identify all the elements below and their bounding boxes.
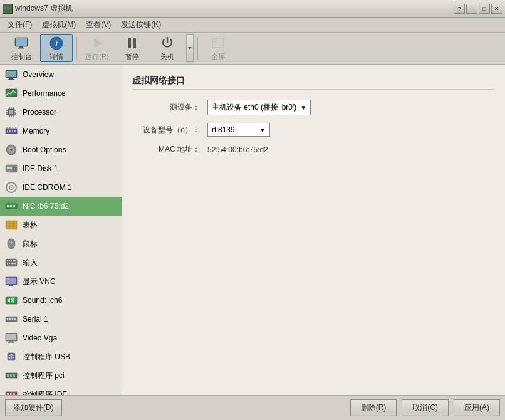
toolbar-details-button[interactable]: i 详情	[40, 34, 73, 62]
svg-rect-53	[10, 205, 12, 207]
sidebar-serial1-label: Serial 1	[23, 315, 48, 323]
device-model-label: 设备型号（o）：	[132, 125, 207, 135]
videovga-icon	[5, 332, 18, 344]
sidebar-item-memory[interactable]: Memory	[0, 122, 122, 140]
sidebar-cdrom1-label: IDE CDROM 1	[23, 183, 72, 192]
sidebar-item-pci[interactable]: 控制程序 pci	[0, 366, 122, 385]
mac-address-control: 52:54:00:b6:75:d2	[207, 145, 268, 154]
toolbar-sep-2	[197, 37, 198, 60]
sidebar-performance-label: Performance	[23, 89, 66, 98]
menu-file[interactable]: 文件(F)	[3, 18, 37, 31]
sidebar-overview-label: Overview	[23, 70, 54, 79]
mac-address-label: MAC 地址：	[132, 144, 207, 155]
svg-point-82	[9, 318, 11, 320]
sidebar-processor-label: Processor	[23, 108, 56, 117]
source-device-arrow: ▼	[300, 104, 306, 111]
sidebar-mouse-label: 鼠标	[23, 239, 38, 249]
mac-address-row: MAC 地址： 52:54:00:b6:75:d2	[132, 144, 495, 155]
source-device-dropdown[interactable]: 主机设备 eth0 (桥接 'br0') ▼	[207, 100, 311, 115]
action-buttons: 删除(R) 取消(C) 应用(A)	[350, 399, 500, 416]
sidebar-item-nic[interactable]: NIC :b6:75:d2	[0, 197, 122, 216]
svg-rect-70	[14, 260, 16, 261]
monitor-icon	[14, 36, 29, 51]
sidebar-display-label: 显示 VNC	[23, 276, 56, 287]
menu-vm[interactable]: 虚拟机(M)	[37, 18, 81, 31]
svg-rect-77	[9, 285, 13, 286]
input-icon	[5, 256, 18, 269]
device-model-row: 设备型号（o）： rtl8139 ▼	[132, 123, 495, 137]
sidebar-item-mouse[interactable]: 鼠标	[0, 234, 122, 253]
svg-rect-88	[8, 342, 14, 343]
ide-icon	[5, 388, 18, 395]
close-button[interactable]: ✕	[491, 4, 502, 14]
toolbar-pause-button[interactable]: 暂停	[116, 34, 148, 62]
toolbar-run-label: 运行(R)	[85, 52, 108, 61]
svg-rect-9	[128, 38, 131, 48]
svg-rect-76	[6, 278, 16, 284]
sidebar-item-videovga[interactable]: Video Vga	[0, 328, 122, 347]
menu-view[interactable]: 查看(V)	[81, 18, 116, 31]
svg-rect-5	[18, 48, 24, 49]
sidebar-item-performance[interactable]: Performance	[0, 84, 122, 103]
sidebar-item-sound[interactable]: Sound: ich6	[0, 291, 122, 310]
svg-point-81	[7, 318, 9, 320]
svg-rect-58	[6, 221, 17, 229]
apply-button[interactable]: 应用(A)	[454, 399, 500, 416]
maximize-button[interactable]: □	[479, 4, 490, 14]
sidebar-item-table[interactable]: 表格	[0, 216, 122, 234]
svg-point-47	[14, 168, 16, 170]
cancel-button[interactable]: 取消(C)	[402, 399, 449, 416]
delete-button[interactable]: 删除(R)	[350, 399, 397, 416]
sidebar-item-boot[interactable]: Boot Options	[0, 140, 122, 159]
svg-rect-67	[9, 260, 10, 261]
section-title: 虚拟网络接口	[132, 75, 495, 90]
svg-point-50	[11, 187, 12, 188]
svg-rect-1	[6, 11, 9, 12]
content-panel: 虚拟网络接口 源设备： 主机设备 eth0 (桥接 'br0') ▼ 设备型号（…	[122, 65, 505, 395]
sidebar: Overview Performance	[0, 65, 122, 395]
nic-icon	[5, 200, 18, 213]
sidebar-item-cdrom1[interactable]: IDE CDROM 1	[0, 178, 122, 197]
svg-rect-86	[6, 334, 16, 340]
fullscreen-icon	[211, 36, 226, 51]
add-hardware-button[interactable]: 添加硬件(D)	[5, 399, 62, 416]
svg-text:i: i	[55, 39, 58, 48]
usb-icon	[5, 350, 18, 363]
shutdown-dropdown[interactable]	[186, 34, 194, 62]
sidebar-boot-label: Boot Options	[23, 145, 66, 154]
source-device-control: 主机设备 eth0 (桥接 'br0') ▼	[207, 100, 311, 115]
sidebar-item-input[interactable]: 输入	[0, 253, 122, 272]
sidebar-nic-label: NIC :b6:75:d2	[23, 202, 69, 211]
toolbar-fullscreen-button: 全屏	[202, 34, 234, 62]
svg-rect-78	[8, 286, 14, 286]
svg-point-90	[9, 357, 11, 359]
help-button[interactable]: ?	[454, 4, 465, 14]
toolbar-shutdown-button[interactable]: 关机	[151, 34, 184, 62]
svg-rect-19	[9, 110, 13, 114]
svg-rect-95	[13, 374, 15, 377]
sidebar-item-serial1[interactable]: Serial 1	[0, 310, 122, 328]
sidebar-input-label: 输入	[23, 258, 38, 268]
sidebar-item-overview[interactable]: Overview	[0, 65, 122, 84]
svg-rect-71	[7, 263, 8, 264]
sidebar-item-usb[interactable]: 控制程序 USB	[0, 347, 122, 366]
minimize-button[interactable]: —	[466, 4, 477, 14]
sidebar-item-ide[interactable]: 控制程序 IDE	[0, 385, 122, 395]
sidebar-item-processor[interactable]: Processor	[0, 103, 122, 122]
sidebar-disk1-label: IDE Disk 1	[23, 164, 58, 173]
svg-rect-15	[9, 78, 13, 79]
device-model-dropdown[interactable]: rtl8139 ▼	[207, 123, 270, 137]
sound-icon	[5, 294, 18, 307]
power-icon	[160, 36, 175, 51]
window-title: windows7 虚拟机	[15, 3, 73, 14]
sidebar-item-display[interactable]: 显示 VNC	[0, 272, 122, 291]
svg-rect-73	[11, 263, 14, 264]
window-controls[interactable]: ? — □ ✕	[454, 4, 502, 14]
menu-sendkey[interactable]: 发送按键(K)	[116, 18, 166, 31]
toolbar-sep-1	[76, 37, 77, 60]
toolbar-console-button[interactable]: 控制台	[5, 34, 38, 62]
svg-rect-93	[7, 374, 9, 377]
title-bar: windows7 虚拟机 ? — □ ✕	[0, 0, 505, 18]
svg-rect-3	[16, 38, 27, 46]
sidebar-item-disk1[interactable]: IDE Disk 1	[0, 159, 122, 178]
